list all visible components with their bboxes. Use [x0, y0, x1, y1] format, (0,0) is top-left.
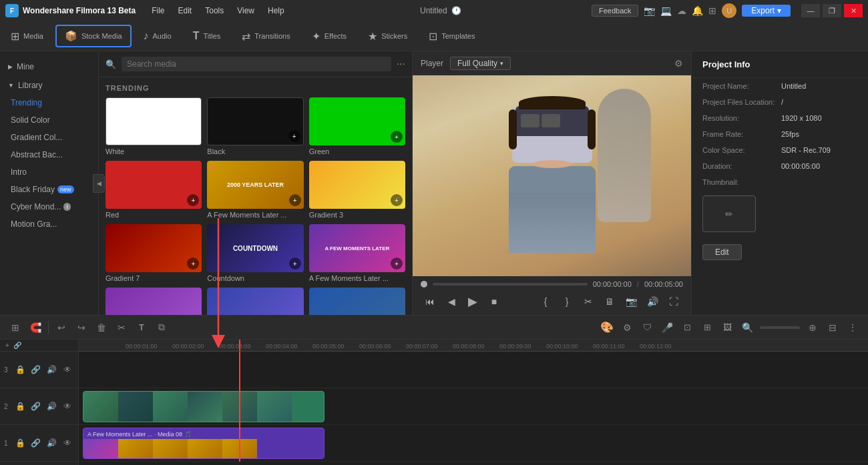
tl-text[interactable]: T [133, 319, 150, 336]
more-options-button[interactable]: ··· [397, 58, 405, 70]
snapshot-button[interactable]: 📷 [622, 292, 640, 311]
logo-icon: F [5, 4, 19, 17]
fullscreen-button[interactable]: ⛶ [664, 292, 683, 311]
track-1-chain[interactable]: 🔗 [29, 434, 43, 452]
zoom-slider[interactable] [760, 326, 800, 329]
mark-out-button[interactable]: } [558, 292, 576, 311]
menu-view[interactable]: View [232, 5, 260, 17]
trim-button[interactable]: ✂ [579, 292, 598, 311]
overlay-clip-main[interactable]: A Few Moments Later ... · Media 08 🎵 [83, 428, 324, 459]
sidebar-item-trending[interactable]: Trending [0, 94, 98, 111]
tl-mic-icon[interactable]: 🎤 [658, 319, 676, 336]
stop-button[interactable]: ■ [485, 292, 503, 311]
quality-selector[interactable]: Full Quality ▾ [450, 57, 511, 70]
media-item-red[interactable]: + Red [105, 161, 202, 219]
menu-tools[interactable]: Tools [200, 5, 229, 17]
media-item-moments2[interactable]: A FEW MOMENTS LATER + A Few Moments Late… [309, 224, 405, 282]
track-3-header: 3 🔒 🔗 🔊 👁 [0, 352, 78, 388]
track-3-volume[interactable]: 🔊 [45, 361, 59, 378]
link-icon[interactable]: 🔗 [13, 342, 21, 349]
sidebar-mine-section[interactable]: ▶ Mine [0, 57, 98, 77]
play-button[interactable]: ▶ [463, 292, 482, 311]
tab-titles[interactable]: T Titles [182, 21, 232, 51]
sidebar-library-section[interactable]: ▼ Library [0, 77, 98, 94]
tl-cut[interactable]: ✂ [113, 319, 130, 336]
sidebar-item-intro[interactable]: Intro [0, 163, 98, 181]
track-2-chain[interactable]: 🔗 [29, 398, 43, 415]
media-item-white[interactable]: White [105, 97, 202, 155]
tl-undo[interactable]: ↩ [53, 319, 70, 336]
tab-media[interactable]: ⊞ Media [0, 21, 54, 51]
media-item-arrow-clip[interactable] [207, 288, 303, 315]
tab-transitions[interactable]: ⇄ Transitions [231, 21, 300, 51]
tl-magnet-tool[interactable]: 🧲 [27, 319, 44, 336]
track-3-lock[interactable]: 🔒 [14, 361, 27, 378]
tl-effects-icon[interactable]: 🎨 [598, 319, 616, 336]
tab-templates[interactable]: ⊡ Templates [418, 21, 485, 51]
volume-button[interactable]: 🔊 [643, 292, 662, 311]
media-item-green[interactable]: + Green [309, 97, 405, 155]
player-settings-icon[interactable]: ⚙ [674, 58, 683, 69]
track-2-eye[interactable]: 👁 [61, 398, 74, 415]
media-item-2000-years[interactable]: 2000 YEARS LATER ♥ + A Few Moments Later… [207, 161, 303, 219]
tl-color-icon[interactable]: ⚙ [618, 319, 636, 336]
tl-copy[interactable]: ⧉ [153, 319, 170, 336]
tab-stickers[interactable]: ★ Stickers [357, 21, 418, 51]
tab-effects[interactable]: ✦ Effects [301, 21, 357, 51]
tl-more[interactable]: ⋮ [844, 319, 861, 336]
track-3-chain[interactable]: 🔗 [29, 361, 43, 378]
media-item-countdown[interactable]: COUNTDOWN + Countdown [207, 224, 303, 282]
sidebar-item-solid-color[interactable]: Solid Color [0, 111, 98, 129]
sidebar-item-black-friday[interactable]: Black Friday new [0, 181, 98, 198]
mark-in-button[interactable]: { [536, 292, 555, 311]
export-button[interactable]: Export ▾ [742, 5, 791, 17]
media-item-gradient7[interactable]: + Gradient 7 [105, 224, 202, 282]
player-timeline-bar[interactable]: 00:00:00:00 / 00:00:05:00 [421, 280, 683, 288]
track-2-lock[interactable]: 🔒 [14, 398, 27, 415]
tl-scene-detect[interactable]: ⊞ [698, 319, 716, 336]
screen-cast-icon[interactable]: 🖥 [600, 292, 619, 311]
tl-redo[interactable]: ↪ [73, 319, 90, 336]
video-clip-main[interactable] [83, 391, 324, 422]
tl-delete[interactable]: 🗑 [93, 319, 110, 336]
track-1-header: 1 🔒 🔗 🔊 👁 [0, 425, 78, 462]
media-item-black[interactable]: + Black [207, 97, 303, 155]
track-1-eye[interactable]: 👁 [61, 434, 74, 452]
timeline-scrubber[interactable] [433, 283, 588, 286]
media-item-gradient3[interactable]: + Gradient 3 [309, 161, 405, 219]
track-1-lock[interactable]: 🔒 [14, 434, 27, 452]
thumbnail-preview[interactable]: ✏ [702, 195, 756, 232]
tl-layout[interactable]: ⊟ [824, 319, 841, 336]
media-item-adventure[interactable] [309, 288, 405, 315]
edit-thumbnail-button[interactable]: Edit [702, 244, 742, 260]
minimize-button[interactable]: — [801, 4, 820, 17]
add-track-icon[interactable]: + [5, 342, 9, 349]
track-2-volume[interactable]: 🔊 [45, 398, 59, 415]
frame-back-button[interactable]: ◀ [442, 292, 461, 311]
tl-subtitle-icon[interactable]: ⊡ [678, 319, 696, 336]
tl-zoom-out[interactable]: 🔍 [738, 319, 756, 336]
track-1-volume[interactable]: 🔊 [45, 434, 59, 452]
sidebar-item-abstract-bac[interactable]: Abstract Bac... [0, 146, 98, 163]
tl-media-icon[interactable]: 🖼 [718, 319, 736, 336]
sidebar-collapse-button[interactable]: ◀ [93, 174, 105, 193]
search-input[interactable] [122, 57, 391, 71]
menu-edit[interactable]: Edit [173, 5, 198, 17]
sidebar-item-motion-gra[interactable]: Motion Gra... [0, 215, 98, 233]
tl-smart-tool[interactable]: ⊞ [7, 319, 24, 336]
track-3-eye[interactable]: 👁 [61, 361, 74, 378]
menu-help[interactable]: Help [262, 5, 290, 17]
tab-stock-media[interactable]: 📦 Stock Media [55, 25, 132, 47]
maximize-button[interactable]: ❐ [823, 4, 841, 17]
media-item-purple[interactable] [105, 288, 202, 315]
feedback-button[interactable]: Feedback [592, 5, 638, 17]
sidebar-item-cyber-monday[interactable]: Cyber Mond... I [0, 198, 98, 215]
tl-mask-icon[interactable]: 🛡 [638, 319, 656, 336]
skip-back-button[interactable]: ⏮ [421, 292, 439, 311]
menu-file[interactable]: File [146, 5, 170, 17]
tl-zoom-in[interactable]: ⊕ [804, 319, 821, 336]
tl-divider1 [48, 321, 49, 334]
sidebar-item-gradient-color[interactable]: Gradient Col... [0, 129, 98, 146]
tab-audio[interactable]: ♪ Audio [133, 21, 182, 51]
close-button[interactable]: ✕ [844, 4, 863, 17]
